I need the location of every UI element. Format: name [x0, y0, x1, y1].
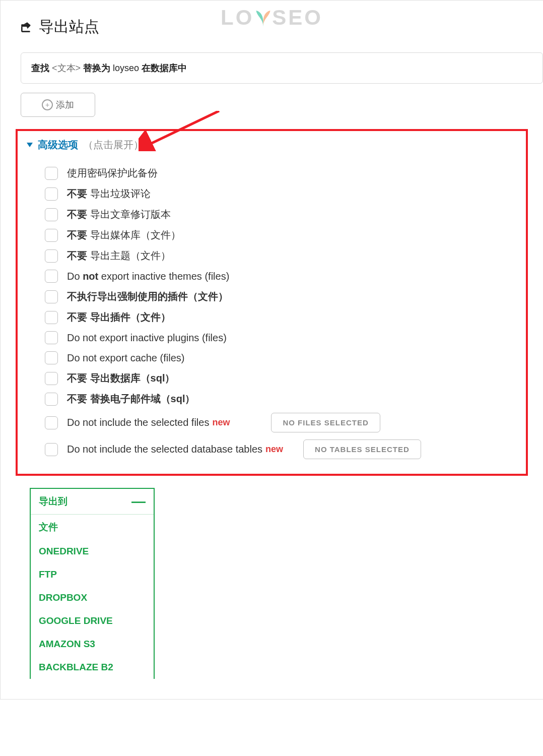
export-destination-item[interactable]: ONEDRIVE — [31, 540, 154, 563]
add-button[interactable]: + 添加 — [21, 93, 95, 117]
page-header: 导出站点 — [1, 1, 543, 52]
option-row: 不要 导出插件（文件） — [25, 307, 519, 328]
option-label[interactable]: 不要 导出插件（文件） — [67, 310, 171, 324]
checkbox[interactable] — [45, 372, 58, 385]
option-label[interactable]: 不要 替换电子邮件域（sql） — [67, 392, 195, 406]
checkbox[interactable] — [45, 416, 58, 429]
checkbox[interactable] — [45, 229, 58, 242]
option-row: Do not export cache (files) — [25, 348, 519, 368]
collapse-icon: — — [131, 498, 146, 505]
checkbox[interactable] — [45, 290, 58, 303]
option-row: 不要 导出主题（文件） — [25, 245, 519, 266]
export-panel-header[interactable]: 导出到 — — [31, 489, 154, 515]
option-label[interactable]: Do not export inactive plugins (files) — [67, 332, 227, 344]
option-row: 使用密码保护此备份 — [25, 163, 519, 183]
option-row: Do not include the selected database tab… — [25, 436, 519, 463]
export-destination-item[interactable]: FTP — [31, 563, 154, 586]
export-destination-item[interactable]: DROPBOX — [31, 586, 154, 609]
option-row: Do not export inactive themes (files) — [25, 266, 519, 286]
option-label[interactable]: Do not include the selected database tab… — [67, 444, 262, 455]
option-label[interactable]: 不要 导出垃圾评论 — [67, 187, 151, 201]
export-icon — [20, 21, 33, 34]
plus-icon: + — [42, 99, 53, 110]
checkbox[interactable] — [45, 270, 58, 283]
export-destination-item[interactable]: AMAZON S3 — [31, 633, 154, 656]
checkbox[interactable] — [45, 208, 58, 221]
find-replace-rule[interactable]: 查找 <文本> 替换为 loyseo 在数据库中 — [21, 52, 543, 84]
checkbox[interactable] — [45, 393, 58, 406]
advanced-options-toggle[interactable]: 高级选项 （点击展开） — [25, 138, 519, 156]
page-title: 导出站点 — [39, 17, 99, 37]
export-destination-item[interactable]: BACKBLAZE B2 — [31, 656, 154, 679]
advanced-hint: （点击展开） — [83, 138, 144, 152]
option-label[interactable]: Do not include the selected files — [67, 417, 209, 428]
option-row: 不要 导出垃圾评论 — [25, 183, 519, 204]
advanced-options-panel: 高级选项 （点击展开） 使用密码保护此备份不要 导出垃圾评论不要 导出文章修订版… — [16, 129, 528, 476]
new-badge: new — [212, 417, 230, 428]
checkbox[interactable] — [45, 311, 58, 324]
find-label: 查找 — [31, 63, 49, 73]
export-destination-item[interactable]: 文件 — [31, 515, 154, 540]
option-label[interactable]: Do not export cache (files) — [67, 352, 184, 364]
option-row: Do not export inactive plugins (files) — [25, 328, 519, 348]
option-row: 不要 替换电子邮件域（sql） — [25, 389, 519, 409]
option-label[interactable]: 不要 导出文章修订版本 — [67, 208, 171, 221]
add-button-label: 添加 — [56, 99, 74, 111]
chevron-down-icon — [27, 143, 33, 147]
option-row: 不要 导出文章修订版本 — [25, 204, 519, 225]
find-placeholder: <文本> — [52, 63, 83, 73]
option-label[interactable]: 不要 导出主题（文件） — [67, 249, 171, 263]
option-label[interactable]: 不要 导出数据库（sql） — [67, 371, 175, 385]
export-panel-title: 导出到 — [39, 495, 67, 508]
option-row: 不要 导出媒体库（文件） — [25, 225, 519, 245]
option-row: Do not include the selected filesnewNO F… — [25, 409, 519, 436]
no-tables-selected-button[interactable]: NO TABLES SELECTED — [303, 439, 421, 459]
in-db-label: 在数据库中 — [142, 63, 187, 73]
new-badge: new — [265, 444, 283, 455]
export-destinations-panel: 导出到 — 文件ONEDRIVEFTPDROPBOXGOOGLE DRIVEAM… — [30, 488, 155, 679]
option-row: 不要 导出数据库（sql） — [25, 368, 519, 389]
option-label[interactable]: 不执行导出强制使用的插件（文件） — [67, 290, 228, 303]
advanced-title: 高级选项 — [38, 138, 78, 152]
checkbox[interactable] — [45, 443, 58, 456]
checkbox[interactable] — [45, 331, 58, 344]
checkbox[interactable] — [45, 351, 58, 364]
option-label[interactable]: 不要 导出媒体库（文件） — [67, 228, 181, 242]
export-destination-item[interactable]: GOOGLE DRIVE — [31, 609, 154, 633]
checkbox[interactable] — [45, 167, 58, 180]
option-label[interactable]: 使用密码保护此备份 — [67, 166, 158, 180]
option-row: 不执行导出强制使用的插件（文件） — [25, 286, 519, 307]
replace-value: loyseo — [113, 63, 142, 73]
option-label[interactable]: Do not export inactive themes (files) — [67, 271, 229, 282]
checkbox[interactable] — [45, 187, 58, 201]
replace-label: 替换为 — [83, 63, 110, 73]
checkbox[interactable] — [45, 249, 58, 263]
no-files-selected-button[interactable]: NO FILES SELECTED — [271, 413, 380, 432]
